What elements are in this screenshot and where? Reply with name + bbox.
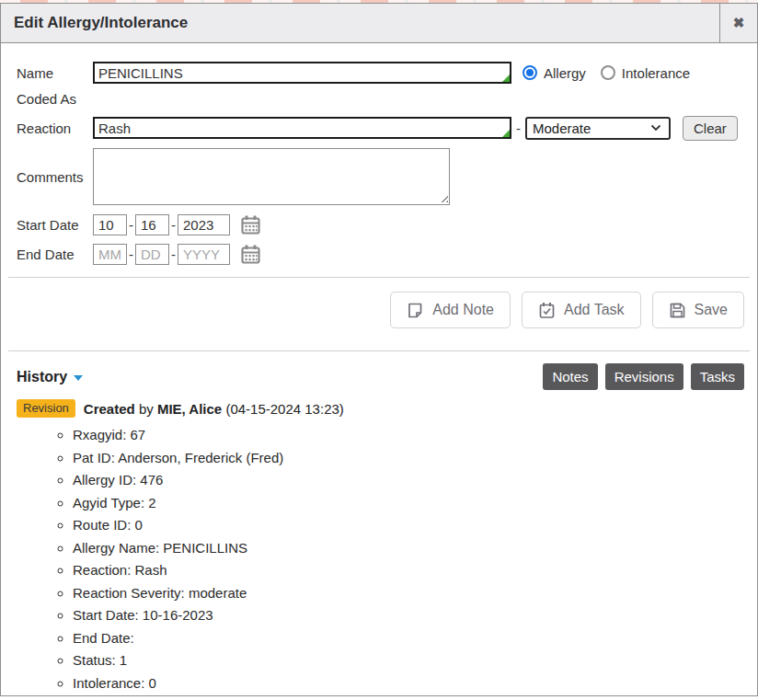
- comments-wrap: [93, 148, 450, 205]
- history-header: History Notes Revisions Tasks: [17, 351, 744, 390]
- autocomplete-corner-icon: [502, 75, 510, 82]
- start-day-input[interactable]: [135, 214, 169, 235]
- end-year-input[interactable]: [178, 244, 230, 265]
- detail-item: Agyid Type: 2: [73, 492, 744, 515]
- reaction-label: Reaction: [17, 120, 93, 136]
- revision-badge: Revision: [17, 399, 75, 418]
- revisions-button[interactable]: Revisions: [605, 363, 683, 390]
- end-date-calendar-icon[interactable]: [240, 244, 261, 265]
- detail-item: Pat ID: Anderson, Frederick (Fred): [73, 447, 744, 470]
- note-icon: [407, 302, 424, 319]
- separator-dash: -: [171, 217, 176, 233]
- severity-select[interactable]: Moderate: [525, 117, 671, 140]
- start-date-calendar-icon[interactable]: [240, 214, 261, 235]
- edit-allergy-dialog: Edit Allergy/Intolerance ✖ Name Allergy …: [0, 3, 758, 696]
- end-day-input[interactable]: [135, 244, 169, 265]
- add-note-label: Add Note: [432, 302, 494, 318]
- separator-dash: -: [171, 247, 176, 262]
- reaction-row: Reaction - Moderate Clear: [17, 115, 744, 141]
- task-calendar-icon: [538, 302, 556, 319]
- revision-entry-header: Revision Created by MIE, Alice (04-15-20…: [17, 399, 744, 418]
- notes-button[interactable]: Notes: [543, 363, 597, 390]
- revision-action: Created: [84, 401, 135, 417]
- history-filter-buttons: Notes Revisions Tasks: [543, 363, 744, 390]
- coded-as-label: Coded As: [17, 91, 76, 107]
- revision-timestamp: (04-15-2024 13:23): [225, 401, 343, 417]
- add-task-label: Add Task: [564, 302, 625, 318]
- detail-item: End Date:: [73, 627, 744, 650]
- chevron-down-icon: [650, 124, 661, 132]
- end-date-label: End Date: [17, 247, 93, 262]
- detail-item: Start Date: 10-16-2023: [73, 604, 744, 627]
- start-date-label: Start Date: [17, 217, 93, 233]
- start-year-input[interactable]: [178, 214, 230, 235]
- start-date-row: Start Date - -: [17, 213, 744, 235]
- detail-item: Reaction Severity: moderate: [73, 582, 744, 605]
- detail-item: Route ID: 0: [73, 514, 744, 537]
- start-month-input[interactable]: [93, 214, 127, 235]
- name-input-wrap: [93, 62, 511, 84]
- detail-item: Allergy ID: 476: [73, 469, 744, 492]
- intolerance-radio-label: Intolerance: [622, 65, 690, 81]
- tasks-button[interactable]: Tasks: [691, 363, 744, 390]
- name-label: Name: [17, 65, 93, 81]
- detail-item: Intolerance: 0: [73, 672, 744, 695]
- revision-summary: Created by MIE, Alice (04-15-2024 13:23): [84, 401, 344, 417]
- severity-selected-value: Moderate: [533, 120, 591, 136]
- detail-item: Allergy Name: PENICILLINS: [73, 537, 744, 560]
- revision-user: MIE, Alice: [157, 401, 222, 417]
- save-floppy-icon: [669, 302, 686, 319]
- separator-dash: -: [129, 217, 133, 233]
- close-icon: ✖: [733, 15, 745, 31]
- detail-item: Status: 1: [73, 649, 744, 672]
- save-button[interactable]: Save: [652, 292, 744, 328]
- end-date-row: End Date - -: [17, 243, 744, 265]
- history-toggle[interactable]: History: [17, 369, 83, 385]
- revision-details-list: Rxagyid: 67 Pat ID: Anderson, Frederick …: [17, 424, 744, 694]
- clear-button[interactable]: Clear: [683, 116, 738, 141]
- type-radio-group: Allergy Intolerance: [523, 65, 705, 81]
- close-button[interactable]: ✖: [719, 4, 757, 42]
- history-title-label: History: [17, 369, 67, 385]
- allergy-radio[interactable]: [523, 65, 537, 80]
- intolerance-radio[interactable]: [601, 65, 615, 80]
- comments-row: Comments: [17, 148, 744, 205]
- coded-as-row: Coded As: [17, 89, 744, 108]
- reaction-input[interactable]: [93, 117, 511, 139]
- revision-by: by: [139, 401, 154, 417]
- add-task-button[interactable]: Add Task: [522, 292, 641, 328]
- dialog-title: Edit Allergy/Intolerance: [1, 4, 719, 42]
- detail-item: Rxagyid: 67: [73, 424, 744, 447]
- dialog-titlebar: Edit Allergy/Intolerance ✖: [1, 4, 757, 43]
- name-input[interactable]: [93, 62, 511, 84]
- comments-textarea[interactable]: [93, 148, 450, 205]
- end-month-input[interactable]: [93, 244, 127, 265]
- comments-label: Comments: [17, 169, 93, 185]
- history-dropdown-icon: [74, 375, 83, 381]
- autocomplete-corner-icon: [502, 130, 510, 137]
- dialog-content: Name Allergy Intolerance Coded As Reacti…: [1, 43, 757, 694]
- separator-dash: -: [129, 247, 133, 262]
- save-label: Save: [695, 302, 728, 318]
- action-buttons: Add Note Add Task Save: [17, 278, 744, 328]
- name-row: Name Allergy Intolerance: [17, 60, 744, 86]
- detail-item: Reaction: Rash: [73, 559, 744, 582]
- allergy-radio-label: Allergy: [544, 65, 586, 81]
- add-note-button[interactable]: Add Note: [390, 292, 511, 328]
- separator-dash: -: [516, 120, 521, 136]
- reaction-input-wrap: [93, 117, 511, 139]
